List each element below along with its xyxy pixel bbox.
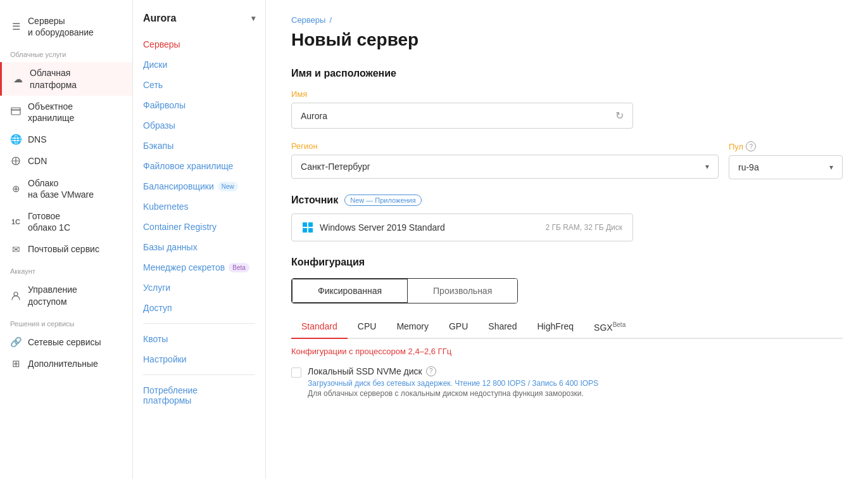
sidebar-item-1c-label: Готовоеоблако 1С bbox=[28, 210, 70, 233]
region-chevron-icon: ▾ bbox=[705, 162, 709, 171]
storage-icon bbox=[10, 106, 22, 118]
second-sidebar-title[interactable]: Aurora ▾ bbox=[133, 8, 265, 34]
left-sidebar: ☰ Серверыи оборудование Облачные услуги … bbox=[0, 0, 133, 479]
config-custom-button[interactable]: Произвольная bbox=[408, 279, 517, 303]
sidebar-item-databases[interactable]: Базы данных bbox=[133, 237, 265, 257]
sidebar-item-network-services-label: Сетевые сервисы bbox=[28, 336, 101, 348]
section-label-cloud: Облачные услуги bbox=[0, 43, 132, 62]
sidebar-item-mail-label: Почтовый сервис bbox=[28, 243, 99, 255]
sidebar-item-object-storage[interactable]: Объектноехранилище bbox=[0, 96, 132, 129]
vmware-icon: ⊕ bbox=[10, 183, 22, 195]
region-pool-row: Регион Санкт-Петербург ▾ Пул ? ru-9a ▾ bbox=[291, 141, 843, 179]
sidebar-item-1c[interactable]: 1С Готовоеоблако 1С bbox=[0, 205, 132, 238]
config-tabs: Standard CPU Memory GPU Shared HighFreq … bbox=[291, 316, 843, 339]
sidebar-item-additional-label: Дополнительные bbox=[28, 358, 98, 369]
config-description: Конфигурации с процессором 2,4–2,6 ГГц bbox=[291, 347, 843, 356]
config-fixed-button[interactable]: Фиксированная bbox=[291, 278, 408, 303]
sidebar-item-settings[interactable]: Настройки bbox=[133, 349, 265, 369]
sidebar-item-kubernetes[interactable]: Kubernetes bbox=[133, 196, 265, 217]
cdn-icon bbox=[10, 155, 22, 167]
config-section-title: Конфигурация bbox=[291, 257, 843, 268]
svg-rect-5 bbox=[308, 222, 313, 227]
windows-icon bbox=[302, 222, 313, 233]
pool-label: Пул ? bbox=[729, 141, 843, 151]
sidebar-item-dns[interactable]: 🌐 DNS bbox=[0, 129, 132, 150]
sidebar-item-access-mgmt-label: Управлениедоступом bbox=[28, 284, 77, 307]
tab-gpu[interactable]: GPU bbox=[439, 316, 478, 339]
sidebar-item-additional[interactable]: ⊞ Дополнительные bbox=[0, 353, 132, 374]
second-sidebar: Aurora ▾ Серверы Диски Сеть Файрволы Обр… bbox=[133, 0, 266, 479]
name-label: Имя bbox=[291, 89, 843, 99]
sidebar-item-cdn-label: CDN bbox=[28, 155, 47, 167]
tab-standard[interactable]: Standard bbox=[291, 316, 348, 339]
chevron-down-icon: ▾ bbox=[251, 14, 255, 23]
sidebar-item-container-registry[interactable]: Container Registry bbox=[133, 217, 265, 237]
mail-icon: ✉ bbox=[10, 243, 22, 255]
sidebar-item-quotas[interactable]: Квоты bbox=[133, 329, 265, 349]
name-form-group: Имя Aurora ↻ bbox=[291, 89, 843, 129]
sidebar-item-backups[interactable]: Бэкапы bbox=[133, 136, 265, 156]
section-label-account: Аккаунт bbox=[0, 260, 132, 279]
pool-select[interactable]: ru-9a ▾ bbox=[729, 155, 843, 179]
svg-rect-4 bbox=[303, 222, 307, 227]
cloud-icon: ☁ bbox=[12, 73, 23, 85]
grid-icon: ⊞ bbox=[10, 358, 22, 369]
source-tag: New — Приложения bbox=[344, 195, 421, 206]
source-section-header: Источник New — Приложения bbox=[291, 195, 843, 206]
sidebar-item-firewalls[interactable]: Файрволы bbox=[133, 95, 265, 115]
sidebar-item-object-storage-label: Объектноехранилище bbox=[28, 101, 74, 124]
pool-help-icon[interactable]: ? bbox=[746, 141, 756, 151]
ssd-description2: Для облачных серверов с локальным диском… bbox=[308, 389, 598, 398]
sidebar-item-images[interactable]: Образы bbox=[133, 115, 265, 136]
region-field: Регион Санкт-Петербург ▾ bbox=[291, 141, 719, 179]
source-section-title: Источник bbox=[291, 195, 338, 206]
sidebar-item-mail[interactable]: ✉ Почтовый сервис bbox=[0, 238, 132, 260]
badge-new: New bbox=[218, 182, 238, 191]
sidebar-item-consumption[interactable]: Потреблениеплатформы bbox=[133, 380, 265, 411]
tab-cpu[interactable]: CPU bbox=[348, 316, 387, 339]
sgx-badge: Beta bbox=[613, 321, 626, 328]
ssd-help-icon[interactable]: ? bbox=[426, 366, 436, 376]
ssd-info: Локальный SSD NVMe диск ? Загрузочный ди… bbox=[308, 366, 598, 398]
section-name-location: Имя и расположение bbox=[291, 68, 843, 79]
tab-sgx[interactable]: SGXBeta bbox=[584, 316, 636, 339]
1c-icon: 1С bbox=[10, 216, 22, 227]
sidebar-item-access[interactable]: Доступ bbox=[133, 298, 265, 318]
svg-rect-7 bbox=[308, 228, 313, 233]
sidebar-item-services[interactable]: Услуги bbox=[133, 278, 265, 298]
badge-beta: Beta bbox=[229, 263, 249, 272]
main-content: Серверы / Новый сервер Имя и расположени… bbox=[266, 0, 868, 479]
sidebar-item-cdn[interactable]: CDN bbox=[0, 150, 132, 172]
sidebar-item-servers[interactable]: ☰ Серверыи оборудование bbox=[0, 10, 132, 43]
name-input[interactable]: Aurora ↻ bbox=[291, 103, 633, 129]
source-select[interactable]: Windows Server 2019 Standard 2 ГБ RAM, 3… bbox=[291, 214, 633, 241]
sidebar-item-servers-aurora[interactable]: Серверы bbox=[133, 34, 265, 54]
breadcrumb-link[interactable]: Серверы bbox=[291, 15, 325, 25]
network-icon: 🔗 bbox=[10, 336, 22, 348]
sidebar-item-access-mgmt[interactable]: Управлениедоступом bbox=[0, 279, 132, 312]
region-select[interactable]: Санкт-Петербург ▾ bbox=[291, 155, 719, 179]
user-icon bbox=[10, 290, 22, 302]
source-left: Windows Server 2019 Standard bbox=[302, 222, 445, 233]
ssd-checkbox-row: Локальный SSD NVMe диск ? Загрузочный ди… bbox=[291, 366, 843, 398]
dns-icon: 🌐 bbox=[10, 134, 22, 145]
pool-chevron-icon: ▾ bbox=[829, 163, 833, 172]
sidebar-item-vmware[interactable]: ⊕ Облакона базе VMware bbox=[0, 172, 132, 205]
tab-highfreq[interactable]: HighFreq bbox=[527, 316, 584, 339]
refresh-icon[interactable]: ↻ bbox=[615, 110, 624, 122]
ssd-description: Загрузочный диск без сетевых задержек. Ч… bbox=[308, 379, 598, 388]
sidebar-item-balancers[interactable]: Балансировщики New bbox=[133, 176, 265, 196]
breadcrumb: Серверы / bbox=[291, 15, 843, 25]
sidebar-item-disks[interactable]: Диски bbox=[133, 54, 265, 75]
page-title: Новый сервер bbox=[291, 30, 843, 50]
sidebar-item-network-services[interactable]: 🔗 Сетевые сервисы bbox=[0, 331, 132, 353]
tab-memory[interactable]: Memory bbox=[386, 316, 439, 339]
sidebar-item-secrets[interactable]: Менеджер секретов Beta bbox=[133, 257, 265, 278]
sidebar-item-network[interactable]: Сеть bbox=[133, 75, 265, 95]
tab-shared[interactable]: Shared bbox=[478, 316, 527, 339]
sidebar-divider bbox=[143, 323, 255, 324]
sidebar-divider-2 bbox=[143, 374, 255, 375]
ssd-checkbox[interactable] bbox=[291, 367, 301, 378]
sidebar-item-cloud-platform[interactable]: ☁ Облачнаяплатформа bbox=[0, 62, 132, 95]
sidebar-item-filestorage[interactable]: Файловое хранилище bbox=[133, 156, 265, 176]
